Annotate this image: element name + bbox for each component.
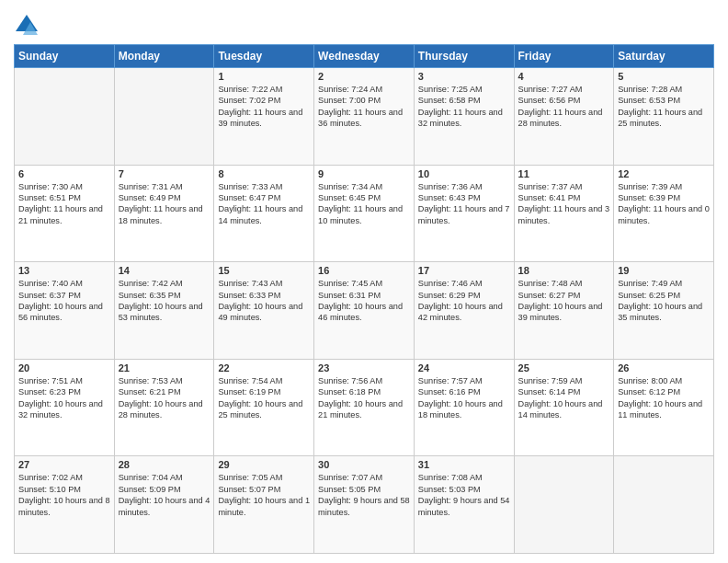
- day-number: 2: [318, 71, 410, 82]
- day-info: Sunrise: 7:34 AM Sunset: 6:45 PM Dayligh…: [318, 181, 410, 227]
- day-info: Sunrise: 7:39 AM Sunset: 6:39 PM Dayligh…: [618, 181, 710, 227]
- logo-icon: [14, 13, 40, 39]
- day-info: Sunrise: 7:04 AM Sunset: 5:09 PM Dayligh…: [119, 472, 210, 518]
- day-number: 18: [518, 265, 610, 276]
- day-number: 30: [318, 459, 410, 470]
- day-number: 12: [618, 168, 710, 179]
- calendar-week-row: 27Sunrise: 7:02 AM Sunset: 5:10 PM Dayli…: [15, 456, 714, 554]
- calendar-cell: [514, 456, 614, 554]
- day-info: Sunrise: 7:46 AM Sunset: 6:29 PM Dayligh…: [418, 278, 510, 324]
- header-day-saturday: Saturday: [614, 45, 714, 68]
- day-number: 27: [18, 459, 110, 470]
- calendar-cell: 25Sunrise: 7:59 AM Sunset: 6:14 PM Dayli…: [514, 359, 614, 456]
- header-day-monday: Monday: [114, 45, 214, 68]
- day-number: 15: [218, 265, 310, 276]
- calendar-cell: 11Sunrise: 7:37 AM Sunset: 6:41 PM Dayli…: [514, 165, 614, 262]
- day-number: 7: [119, 168, 210, 179]
- day-number: 13: [18, 265, 110, 276]
- calendar-cell: 30Sunrise: 7:07 AM Sunset: 5:05 PM Dayli…: [314, 456, 415, 554]
- calendar-cell: 22Sunrise: 7:54 AM Sunset: 6:19 PM Dayli…: [214, 359, 314, 456]
- day-info: Sunrise: 7:02 AM Sunset: 5:10 PM Dayligh…: [18, 472, 110, 518]
- day-info: Sunrise: 7:28 AM Sunset: 6:53 PM Dayligh…: [618, 84, 710, 130]
- day-number: 23: [318, 362, 410, 373]
- day-info: Sunrise: 7:07 AM Sunset: 5:05 PM Dayligh…: [318, 472, 410, 518]
- day-info: Sunrise: 7:43 AM Sunset: 6:33 PM Dayligh…: [218, 278, 310, 324]
- calendar-week-row: 20Sunrise: 7:51 AM Sunset: 6:23 PM Dayli…: [15, 359, 714, 456]
- day-number: 19: [618, 265, 710, 276]
- day-info: Sunrise: 7:08 AM Sunset: 5:03 PM Dayligh…: [418, 472, 510, 518]
- calendar-week-row: 13Sunrise: 7:40 AM Sunset: 6:37 PM Dayli…: [15, 262, 714, 360]
- day-number: 10: [418, 168, 510, 179]
- day-info: Sunrise: 7:22 AM Sunset: 7:02 PM Dayligh…: [218, 84, 310, 130]
- calendar-cell: 5Sunrise: 7:28 AM Sunset: 6:53 PM Daylig…: [614, 68, 714, 166]
- day-number: 17: [418, 265, 510, 276]
- header-day-thursday: Thursday: [414, 45, 514, 68]
- calendar-cell: 8Sunrise: 7:33 AM Sunset: 6:47 PM Daylig…: [214, 165, 314, 262]
- day-info: Sunrise: 8:00 AM Sunset: 6:12 PM Dayligh…: [618, 375, 710, 421]
- day-number: 4: [518, 71, 610, 82]
- calendar-cell: 16Sunrise: 7:45 AM Sunset: 6:31 PM Dayli…: [314, 262, 415, 360]
- header-day-sunday: Sunday: [15, 45, 115, 68]
- day-number: 8: [218, 168, 310, 179]
- day-info: Sunrise: 7:37 AM Sunset: 6:41 PM Dayligh…: [518, 181, 610, 227]
- calendar-cell: 2Sunrise: 7:24 AM Sunset: 7:00 PM Daylig…: [314, 68, 415, 166]
- day-info: Sunrise: 7:05 AM Sunset: 5:07 PM Dayligh…: [218, 472, 310, 518]
- day-info: Sunrise: 7:56 AM Sunset: 6:18 PM Dayligh…: [318, 375, 410, 421]
- calendar-week-row: 1Sunrise: 7:22 AM Sunset: 7:02 PM Daylig…: [15, 68, 714, 166]
- day-number: 20: [18, 362, 110, 373]
- header-day-wednesday: Wednesday: [314, 45, 415, 68]
- calendar-week-row: 6Sunrise: 7:30 AM Sunset: 6:51 PM Daylig…: [15, 165, 714, 262]
- day-number: 28: [119, 459, 210, 470]
- day-number: 5: [618, 71, 710, 82]
- calendar-cell: 20Sunrise: 7:51 AM Sunset: 6:23 PM Dayli…: [15, 359, 115, 456]
- day-number: 22: [218, 362, 310, 373]
- calendar-cell: 27Sunrise: 7:02 AM Sunset: 5:10 PM Dayli…: [15, 456, 115, 554]
- calendar-cell: 3Sunrise: 7:25 AM Sunset: 6:58 PM Daylig…: [414, 68, 514, 166]
- calendar-table: SundayMondayTuesdayWednesdayThursdayFrid…: [14, 44, 714, 554]
- day-number: 16: [318, 265, 410, 276]
- day-info: Sunrise: 7:57 AM Sunset: 6:16 PM Dayligh…: [418, 375, 510, 421]
- page-header: [14, 9, 714, 39]
- day-info: Sunrise: 7:48 AM Sunset: 6:27 PM Dayligh…: [518, 278, 610, 324]
- day-number: 26: [618, 362, 710, 373]
- day-info: Sunrise: 7:51 AM Sunset: 6:23 PM Dayligh…: [18, 375, 110, 421]
- calendar-cell: 6Sunrise: 7:30 AM Sunset: 6:51 PM Daylig…: [15, 165, 115, 262]
- day-number: 29: [218, 459, 310, 470]
- calendar-header-row: SundayMondayTuesdayWednesdayThursdayFrid…: [15, 45, 714, 68]
- calendar-cell: 17Sunrise: 7:46 AM Sunset: 6:29 PM Dayli…: [414, 262, 514, 360]
- day-info: Sunrise: 7:30 AM Sunset: 6:51 PM Dayligh…: [18, 181, 110, 227]
- day-info: Sunrise: 7:31 AM Sunset: 6:49 PM Dayligh…: [119, 181, 210, 227]
- calendar-cell: 1Sunrise: 7:22 AM Sunset: 7:02 PM Daylig…: [214, 68, 314, 166]
- calendar-cell: 12Sunrise: 7:39 AM Sunset: 6:39 PM Dayli…: [614, 165, 714, 262]
- calendar-cell: 23Sunrise: 7:56 AM Sunset: 6:18 PM Dayli…: [314, 359, 415, 456]
- calendar-cell: 21Sunrise: 7:53 AM Sunset: 6:21 PM Dayli…: [114, 359, 214, 456]
- calendar-cell: 13Sunrise: 7:40 AM Sunset: 6:37 PM Dayli…: [15, 262, 115, 360]
- calendar-cell: 28Sunrise: 7:04 AM Sunset: 5:09 PM Dayli…: [114, 456, 214, 554]
- logo: [14, 13, 43, 39]
- calendar-cell: 9Sunrise: 7:34 AM Sunset: 6:45 PM Daylig…: [314, 165, 415, 262]
- calendar-cell: 18Sunrise: 7:48 AM Sunset: 6:27 PM Dayli…: [514, 262, 614, 360]
- calendar-cell: [15, 68, 115, 166]
- calendar-cell: 15Sunrise: 7:43 AM Sunset: 6:33 PM Dayli…: [214, 262, 314, 360]
- header-day-tuesday: Tuesday: [214, 45, 314, 68]
- header-day-friday: Friday: [514, 45, 614, 68]
- day-number: 24: [418, 362, 510, 373]
- calendar-cell: 31Sunrise: 7:08 AM Sunset: 5:03 PM Dayli…: [414, 456, 514, 554]
- calendar-cell: 4Sunrise: 7:27 AM Sunset: 6:56 PM Daylig…: [514, 68, 614, 166]
- day-info: Sunrise: 7:27 AM Sunset: 6:56 PM Dayligh…: [518, 84, 610, 130]
- day-info: Sunrise: 7:33 AM Sunset: 6:47 PM Dayligh…: [218, 181, 310, 227]
- calendar-cell: 14Sunrise: 7:42 AM Sunset: 6:35 PM Dayli…: [114, 262, 214, 360]
- calendar-cell: 26Sunrise: 8:00 AM Sunset: 6:12 PM Dayli…: [614, 359, 714, 456]
- day-info: Sunrise: 7:53 AM Sunset: 6:21 PM Dayligh…: [119, 375, 210, 421]
- day-number: 11: [518, 168, 610, 179]
- calendar-cell: 24Sunrise: 7:57 AM Sunset: 6:16 PM Dayli…: [414, 359, 514, 456]
- day-number: 25: [518, 362, 610, 373]
- day-number: 1: [218, 71, 310, 82]
- day-number: 9: [318, 168, 410, 179]
- day-info: Sunrise: 7:54 AM Sunset: 6:19 PM Dayligh…: [218, 375, 310, 421]
- calendar-cell: 29Sunrise: 7:05 AM Sunset: 5:07 PM Dayli…: [214, 456, 314, 554]
- calendar-cell: [114, 68, 214, 166]
- day-number: 21: [119, 362, 210, 373]
- calendar-cell: 7Sunrise: 7:31 AM Sunset: 6:49 PM Daylig…: [114, 165, 214, 262]
- day-info: Sunrise: 7:49 AM Sunset: 6:25 PM Dayligh…: [618, 278, 710, 324]
